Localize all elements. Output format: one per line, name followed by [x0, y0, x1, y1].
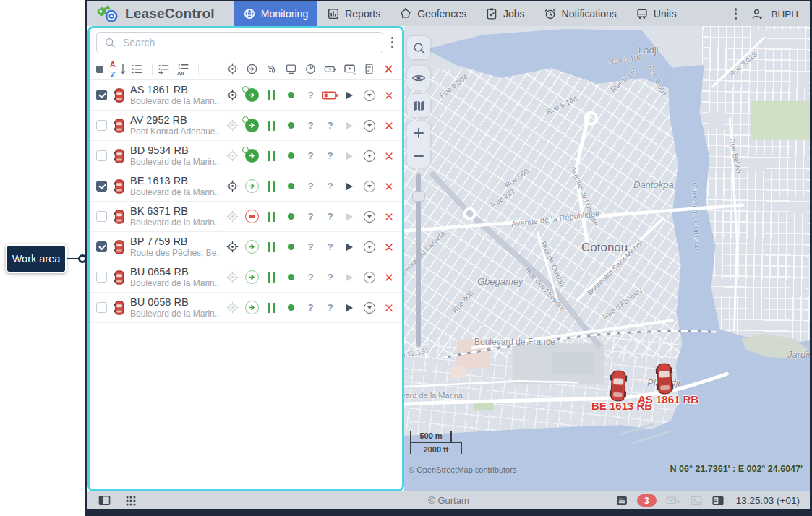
unit-marker-as-1861[interactable] [654, 362, 675, 395]
zoom-out-button[interactable] [407, 145, 430, 168]
tab-reports[interactable]: Reports [317, 1, 390, 26]
map-layers-button[interactable] [407, 94, 430, 117]
zoom-slider[interactable] [416, 173, 421, 347]
unit-row[interactable]: BE 1613 RBBoulevard de la Marin... ? ? [87, 171, 404, 202]
column-connection-icon[interactable] [281, 63, 301, 75]
tab-notifications[interactable]: Notifications [534, 1, 626, 26]
video-play-icon[interactable] [340, 274, 359, 281]
unit-row[interactable]: BD 9534 RBBoulevard de la Marin... ? ? [87, 141, 404, 171]
tab-units[interactable]: Units [626, 1, 686, 26]
unit-checkbox[interactable] [96, 302, 107, 313]
collapse-panel-icon[interactable] [98, 494, 111, 507]
unit-menu-icon[interactable] [359, 120, 379, 132]
map-search-button[interactable] [407, 36, 430, 59]
unit-marker-be-1613[interactable] [608, 369, 628, 402]
unit-name[interactable]: AS 1861 RB [130, 83, 220, 96]
remove-unit-icon[interactable] [379, 151, 398, 161]
locate-icon[interactable] [223, 119, 242, 132]
unit-checkbox[interactable] [96, 211, 107, 222]
unit-name[interactable]: BE 1613 RB [130, 174, 220, 187]
map-visibility-button[interactable] [407, 66, 430, 90]
display-mode-icon[interactable] [96, 66, 103, 73]
tab-geofences[interactable]: Geofences [390, 1, 476, 26]
tab-jobs[interactable]: Jobs [476, 1, 534, 26]
split-panel-icon[interactable] [711, 494, 725, 507]
unit-menu-icon[interactable] [359, 211, 379, 223]
locate-icon[interactable] [223, 89, 242, 101]
unit-row[interactable]: BU 0654 RBBoulevard de la Marin... ? ? [87, 262, 404, 293]
mail-send-icon[interactable] [665, 494, 681, 507]
video-play-icon[interactable] [340, 213, 359, 220]
unit-row[interactable]: BP 7759 RBRoute des Pêches, Be... ? ? [87, 232, 404, 262]
locate-icon[interactable] [223, 301, 242, 314]
remove-unit-icon[interactable] [379, 90, 398, 100]
locate-icon[interactable] [223, 241, 242, 253]
unit-menu-icon[interactable] [359, 302, 379, 314]
image-icon[interactable] [690, 494, 703, 507]
column-sensor-icon[interactable] [301, 63, 320, 75]
unit-checkbox[interactable] [96, 241, 107, 252]
map[interactable]: LadjiRue 6.108Rue 6.001Rue 9.004Rue 6.11… [404, 26, 810, 491]
zoom-slider-handle[interactable] [412, 191, 425, 202]
zoom-in-button[interactable] [407, 121, 430, 145]
column-motion-icon[interactable] [242, 63, 262, 75]
clear-list-icon[interactable] [379, 64, 398, 74]
unit-name[interactable]: BK 6371 RB [130, 205, 220, 218]
locate-icon[interactable] [223, 180, 242, 192]
unit-row[interactable]: BU 0658 RBBoulevard de la Marin... ? ? [87, 293, 404, 323]
locate-icon[interactable] [223, 150, 242, 162]
unit-menu-icon[interactable] [359, 241, 379, 253]
tab-monitoring[interactable]: Monitoring [234, 1, 317, 26]
column-video-icon[interactable] [340, 63, 359, 76]
unit-name[interactable]: BU 0654 RB [130, 265, 220, 278]
video-play-icon[interactable] [340, 152, 359, 160]
locate-icon[interactable] [223, 271, 242, 283]
video-play-icon[interactable] [340, 183, 359, 190]
unit-row[interactable]: AS 1861 RBBoulevard de la Marin... ? ? [87, 80, 404, 111]
user-menu[interactable]: BHPH [751, 7, 798, 21]
unit-menu-icon[interactable] [359, 181, 379, 192]
unit-name[interactable]: AV 2952 RB [130, 113, 220, 126]
data-accuracy-icon [262, 90, 281, 100]
log-icon[interactable] [615, 494, 628, 507]
unit-row[interactable]: BK 6371 RBBoulevard de la Marin... ? ? [87, 202, 404, 232]
remove-unit-icon[interactable] [379, 272, 398, 283]
locate-icon[interactable] [223, 210, 242, 223]
messages-badge[interactable]: 3 [637, 494, 657, 507]
column-info-icon[interactable] [359, 63, 379, 75]
header-menu-kebab-icon[interactable] [732, 6, 740, 22]
panel-menu-kebab-icon[interactable] [389, 35, 396, 51]
unit-checkbox[interactable] [96, 150, 107, 161]
unit-menu-icon[interactable] [359, 272, 379, 283]
column-data-accuracy-icon[interactable] [262, 63, 281, 75]
unit-name[interactable]: BP 7759 RB [130, 235, 220, 248]
remove-unit-icon[interactable] [379, 242, 398, 252]
video-play-icon[interactable] [340, 92, 359, 99]
apps-grid-icon[interactable] [124, 494, 137, 507]
clock: 13:25:03 (+01) [736, 495, 800, 506]
unit-row[interactable]: AV 2952 RBPont Konrad Adenaue... ? ? [87, 111, 404, 141]
column-locate-icon[interactable] [223, 63, 242, 75]
unit-checkbox[interactable] [96, 272, 107, 283]
unit-menu-icon[interactable] [359, 150, 379, 162]
remove-unit-icon[interactable] [379, 121, 398, 131]
remove-unit-icon[interactable] [379, 212, 398, 222]
search-box[interactable] [96, 32, 383, 53]
unit-checkbox[interactable] [96, 90, 107, 100]
sort-az-icon[interactable]: AZ [110, 62, 124, 77]
column-battery-icon[interactable] [320, 63, 340, 76]
unit-menu-icon[interactable] [359, 90, 379, 101]
add-to-list-icon[interactable] [158, 63, 171, 76]
remove-unit-icon[interactable] [379, 181, 398, 192]
unit-checkbox[interactable] [96, 181, 107, 192]
add-all-icon[interactable]: All [177, 63, 190, 76]
search-input[interactable] [121, 36, 375, 49]
video-play-icon[interactable] [340, 122, 359, 129]
remove-unit-icon[interactable] [379, 303, 398, 313]
video-play-icon[interactable] [340, 304, 359, 311]
unit-checkbox[interactable] [96, 120, 107, 131]
work-list-icon[interactable] [131, 63, 144, 76]
video-play-icon[interactable] [340, 244, 359, 251]
unit-name[interactable]: BU 0658 RB [130, 296, 220, 309]
unit-name[interactable]: BD 9534 RB [130, 144, 220, 157]
